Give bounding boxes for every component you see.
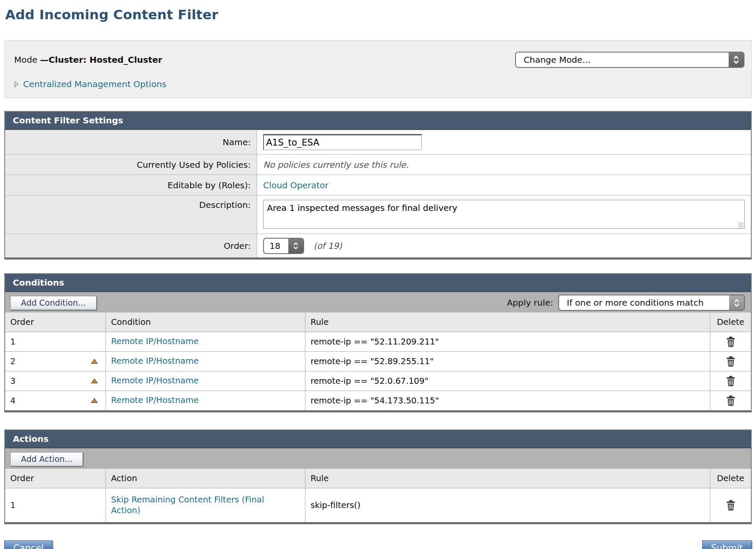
- select-stepper-icon: [729, 295, 744, 310]
- move-up-icon[interactable]: [91, 378, 98, 384]
- col-delete: Delete: [710, 469, 751, 488]
- footer-bar: Cancel Submit: [4, 540, 752, 549]
- mode-box: Mode —Cluster: Hosted_Cluster Change Mod…: [4, 40, 752, 98]
- condition-order: 3: [10, 376, 15, 386]
- trash-icon[interactable]: [726, 375, 736, 387]
- cancel-button[interactable]: Cancel: [4, 540, 53, 549]
- order-select[interactable]: 18: [263, 238, 304, 254]
- order-value: 18: [264, 239, 288, 253]
- actions-table: Order Action Rule Delete 1 Skip Remainin…: [5, 469, 751, 522]
- apply-rule-select[interactable]: If one or more conditions match: [558, 295, 745, 311]
- actions-panel: Actions Add Action... Order Action Rule …: [4, 429, 752, 524]
- col-rule: Rule: [305, 469, 710, 488]
- condition-link[interactable]: Remote IP/Hostname: [111, 336, 199, 347]
- submit-button[interactable]: Submit: [702, 540, 752, 549]
- select-stepper-icon: [729, 53, 744, 67]
- apply-rule-value: If one or more conditions match: [559, 295, 729, 310]
- move-up-icon[interactable]: [91, 398, 98, 403]
- policies-value: No policies currently use this rule.: [263, 160, 409, 170]
- name-label: Name:: [5, 130, 257, 154]
- condition-row: 1 Remote IP/Hostname remote-ip == "52.11…: [5, 332, 751, 351]
- add-condition-button[interactable]: Add Condition...: [10, 296, 97, 310]
- trash-icon[interactable]: [726, 336, 736, 348]
- condition-order: 4: [10, 396, 15, 406]
- order-label: Order:: [5, 234, 257, 257]
- condition-rule: remote-ip == "52.11.209.211": [311, 337, 439, 347]
- col-condition: Condition: [105, 312, 305, 332]
- select-stepper-icon: [288, 239, 303, 253]
- change-mode-value: Change Mode...: [516, 53, 729, 67]
- content-filter-settings-panel: Content Filter Settings Name: Currently …: [4, 111, 752, 260]
- actions-toolbar: Add Action...: [5, 448, 751, 469]
- condition-row: 3 Remote IP/Hostname remote-ip == "52.0.…: [5, 371, 751, 391]
- description-textarea[interactable]: Area 1 inspected messages for final deli…: [263, 200, 745, 229]
- conditions-toolbar: Add Condition... Apply rule: If one or m…: [5, 292, 751, 312]
- condition-link[interactable]: Remote IP/Hostname: [111, 356, 199, 366]
- condition-rule: remote-ip == "54.173.50.115": [311, 396, 439, 406]
- move-up-icon[interactable]: [91, 359, 98, 364]
- condition-order: 2: [10, 356, 15, 366]
- action-link[interactable]: Skip Remaining Content Filters (Final Ac…: [111, 495, 292, 516]
- col-order: Order: [5, 469, 105, 488]
- policies-label: Currently Used by Policies:: [5, 155, 257, 175]
- actions-header: Actions: [5, 430, 751, 448]
- centralized-management-link[interactable]: Centralized Management Options: [23, 79, 167, 89]
- condition-rule: remote-ip == "52.0.67.109": [311, 376, 428, 386]
- col-order: Order: [5, 312, 105, 332]
- condition-row: 4 Remote IP/Hostname remote-ip == "54.17…: [5, 391, 751, 410]
- action-rule: skip-filters(): [311, 500, 360, 510]
- mode-text: Mode —Cluster: Hosted_Cluster: [14, 55, 162, 65]
- editable-label: Editable by (Roles):: [5, 175, 257, 195]
- conditions-table: Order Condition Rule Delete 1 Remote IP/…: [5, 312, 751, 410]
- name-input[interactable]: [263, 134, 422, 150]
- col-delete: Delete: [710, 312, 751, 332]
- resize-grip-icon[interactable]: [738, 222, 744, 228]
- order-of-note: (of 19): [314, 241, 342, 251]
- condition-order: 1: [10, 337, 15, 347]
- condition-link[interactable]: Remote IP/Hostname: [111, 376, 199, 386]
- change-mode-select[interactable]: Change Mode...: [515, 52, 744, 68]
- trash-icon[interactable]: [726, 356, 736, 367]
- col-rule: Rule: [305, 312, 710, 332]
- condition-row: 2 Remote IP/Hostname remote-ip == "52.89…: [5, 351, 751, 371]
- conditions-header: Conditions: [5, 274, 751, 292]
- page-title: Add Incoming Content Filter: [5, 7, 752, 22]
- mode-value: —Cluster: Hosted_Cluster: [40, 55, 162, 65]
- condition-rule: remote-ip == "52.89.255.11": [311, 356, 434, 366]
- mode-label: Mode: [14, 55, 38, 65]
- action-row: 1 Skip Remaining Content Filters (Final …: [5, 488, 751, 522]
- col-action: Action: [105, 469, 305, 488]
- add-action-button[interactable]: Add Action...: [10, 452, 83, 466]
- trash-icon[interactable]: [726, 395, 736, 406]
- trash-icon[interactable]: [726, 499, 736, 511]
- apply-rule-label: Apply rule:: [507, 298, 553, 308]
- cloud-operator-link[interactable]: Cloud Operator: [263, 180, 328, 190]
- conditions-table-header: Order Condition Rule Delete: [5, 312, 751, 332]
- action-order: 1: [10, 500, 15, 510]
- actions-table-header: Order Action Rule Delete: [5, 469, 751, 488]
- settings-header: Content Filter Settings: [5, 112, 751, 130]
- disclosure-triangle-icon[interactable]: [14, 81, 19, 88]
- description-label: Description:: [5, 196, 257, 234]
- conditions-panel: Conditions Add Condition... Apply rule: …: [4, 273, 752, 412]
- condition-link[interactable]: Remote IP/Hostname: [111, 395, 199, 406]
